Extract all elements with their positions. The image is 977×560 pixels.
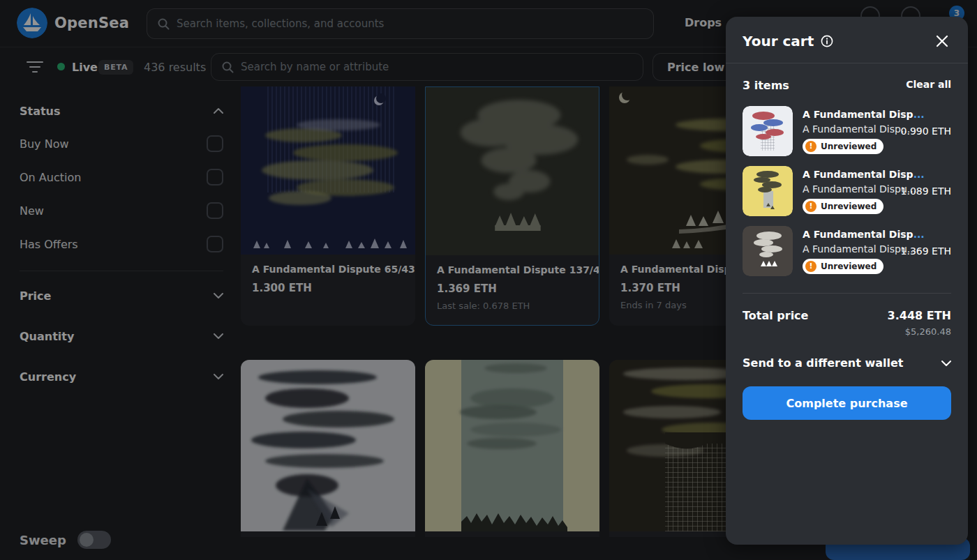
cart-title: Your cart xyxy=(743,33,814,50)
unreviewed-badge: ! Unreviewed xyxy=(803,139,883,154)
send-to-wallet-label: Send to a different wallet xyxy=(743,356,904,370)
cart-item-list: A Fundamental Disp... A Fundamental Disp… xyxy=(743,106,951,276)
send-to-wallet-toggle[interactable]: Send to a different wallet xyxy=(743,356,951,370)
cart-item-title: A Fundamental Disp... xyxy=(803,169,891,180)
cart-item[interactable]: A Fundamental Disp... A Fundamental Disp… xyxy=(743,166,951,216)
warning-icon: ! xyxy=(805,261,816,272)
cart-item-title: A Fundamental Disp... xyxy=(803,109,891,120)
total-price-label: Total price xyxy=(743,309,808,337)
total-price-eth: 3.448 ETH xyxy=(888,309,951,322)
complete-purchase-button[interactable]: Complete purchase xyxy=(743,386,951,420)
cart-item-collection: A Fundamental Dispu... xyxy=(803,183,891,195)
cart-item-price: 1.369 ETH xyxy=(901,245,951,257)
cart-items-count: 3 items xyxy=(743,79,789,92)
cart-item-collection: A Fundamental Dispu... xyxy=(803,243,891,255)
close-icon[interactable] xyxy=(933,32,951,50)
cart-item-thumbnail xyxy=(743,226,793,276)
unreviewed-badge: ! Unreviewed xyxy=(803,259,883,274)
divider xyxy=(743,293,951,294)
unreviewed-badge: ! Unreviewed xyxy=(803,199,883,214)
cart-item-price: 0.990 ETH xyxy=(901,126,951,137)
cart-item-collection: A Fundamental Disp... xyxy=(803,123,891,135)
warning-icon: ! xyxy=(805,201,816,212)
divider xyxy=(726,63,968,63)
info-icon[interactable] xyxy=(821,35,833,47)
cart-item-price: 1.089 ETH xyxy=(901,186,951,197)
cart-item-thumbnail xyxy=(743,166,793,216)
cart-item[interactable]: A Fundamental Disp... A Fundamental Disp… xyxy=(743,226,951,276)
cart-item-thumbnail xyxy=(743,106,793,156)
cart-item-title: A Fundamental Disp... xyxy=(803,229,891,240)
cart-item[interactable]: A Fundamental Disp... A Fundamental Disp… xyxy=(743,106,951,156)
cart-panel: Your cart 3 items Clear all xyxy=(726,17,968,545)
clear-all-button[interactable]: Clear all xyxy=(906,79,951,92)
chevron-down-icon xyxy=(941,361,951,366)
total-price-usd: $5,260.48 xyxy=(888,326,951,337)
warning-icon: ! xyxy=(805,141,816,152)
